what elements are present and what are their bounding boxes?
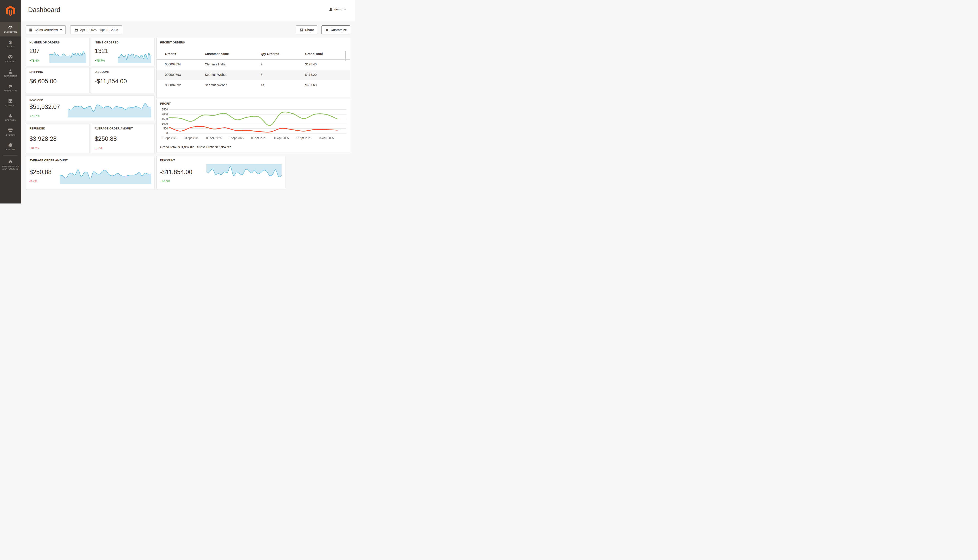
card-value: $51,932.07 <box>30 103 60 110</box>
card-value: $3,928.28 <box>30 135 57 142</box>
svg-text:07 Apr, 2025: 07 Apr, 2025 <box>229 137 244 140</box>
sidebar-item-dashboard[interactable]: DASHBOARD <box>0 22 21 37</box>
svg-text:1500: 1500 <box>162 117 168 121</box>
grand-total: Grand Total$51,932.07 <box>160 145 194 149</box>
card-delta: +75.7% <box>95 59 105 62</box>
column-header: Qty Ordered <box>261 52 279 56</box>
profit-line-chart: 2500200015001000500001 Apr, 202503 Apr, … <box>160 107 347 143</box>
svg-text:2000: 2000 <box>162 113 168 116</box>
svg-text:09 Apr, 2025: 09 Apr, 2025 <box>251 137 267 140</box>
card-title: ITEMS ORDERED <box>95 41 119 44</box>
table-row[interactable]: 000002892Seamus Weber14$497.60 <box>157 80 350 90</box>
share-button[interactable]: Share <box>296 25 318 34</box>
svg-text:05 Apr, 2025: 05 Apr, 2025 <box>206 137 222 140</box>
gauge-icon <box>8 25 13 30</box>
sidebar-item-content[interactable]: CONTENT <box>0 95 21 110</box>
share-label: Share <box>305 28 314 32</box>
brick-icon <box>8 159 13 164</box>
calendar-icon <box>75 28 79 32</box>
magento-logo-icon <box>6 6 15 16</box>
card-title: DISCOUNT <box>160 159 175 162</box>
column-header: Customer name <box>205 52 229 56</box>
table-cell: 000002893 <box>165 73 181 77</box>
sidebar-item-partners[interactable]: FIND PARTNERS & EXTENSIONS <box>0 157 21 173</box>
magento-dashboard: DASHBOARD$SALESCATALOGCUSTOMERSMARKETING… <box>0 0 355 203</box>
card-discount-bottom: DISCOUNT -$11,854.00 +86.3% <box>156 156 285 190</box>
profit-totals: Grand Total$51,932.07 Gross Profit$13,35… <box>160 145 231 149</box>
card-delta: +86.3% <box>160 180 170 183</box>
svg-text:1000: 1000 <box>162 122 168 125</box>
sidebar-item-label: STORES <box>6 134 15 136</box>
table-cell: 2 <box>261 62 262 66</box>
view-selector-label: Sales Overview <box>35 28 58 32</box>
card-delta: -10.7% <box>30 146 39 150</box>
table-cell: Seamus Weber <box>205 73 227 77</box>
card-title: INVOICED <box>30 99 43 102</box>
person-icon <box>8 69 13 74</box>
sidebar-item-system[interactable]: SYSTEM <box>0 140 21 154</box>
svg-text:15 Apr, 2025: 15 Apr, 2025 <box>319 137 334 140</box>
share-icon <box>299 28 303 32</box>
orders-sparkline <box>49 49 86 63</box>
column-header: Grand Total <box>305 52 323 56</box>
card-title: SHIPPING <box>30 70 43 73</box>
table-cell: Seamus Weber <box>205 83 227 87</box>
sidebar: DASHBOARD$SALESCATALOGCUSTOMERSMARKETING… <box>0 0 21 203</box>
discount-sparkline <box>206 164 282 182</box>
table-header-row: Order #Customer nameQty OrderedGrand Tot… <box>157 51 350 59</box>
page-title: Dashboard <box>28 6 60 13</box>
table-cell: Clemmie Heller <box>205 62 227 66</box>
sidebar-item-sales[interactable]: $SALES <box>0 37 21 51</box>
card-items-ordered: ITEMS ORDERED 1321 +75.7% <box>91 38 155 66</box>
card-average-order-amount: AVERAGE ORDER AMOUNT $250.88 -2.7% <box>91 124 155 153</box>
view-selector-button[interactable]: Sales Overview <box>26 25 66 34</box>
grid-plus-icon <box>29 28 33 32</box>
customize-button[interactable]: Customize <box>321 25 350 34</box>
card-title: AVERAGE ORDER AMOUNT <box>30 159 68 162</box>
card-shipping: SHIPPING $6,605.00 <box>26 67 89 93</box>
sidebar-item-label: CUSTOMERS <box>3 75 17 77</box>
sidebar-item-label: SYSTEM <box>6 148 15 151</box>
card-title: AVERAGE ORDER AMOUNT <box>95 127 133 130</box>
megaphone-icon <box>8 84 13 89</box>
user-icon <box>329 7 333 11</box>
box-icon <box>8 54 13 59</box>
magento-logo[interactable] <box>0 0 21 22</box>
sidebar-item-customers[interactable]: CUSTOMERS <box>0 66 21 81</box>
dollar-icon: $ <box>8 40 13 45</box>
card-average-order-amount-large: AVERAGE ORDER AMOUNT $250.88 -2.7% <box>26 156 155 190</box>
card-delta: +73.7% <box>30 114 39 118</box>
table-scrollbar-thumb[interactable] <box>345 51 346 61</box>
profit-panel: PROFIT 2500200015001000500001 Apr, 20250… <box>156 99 350 153</box>
card-value: -$11,854.00 <box>160 168 192 176</box>
sidebar-item-reports[interactable]: REPORTS <box>0 110 21 125</box>
table-cell: 000002892 <box>165 83 181 87</box>
invoiced-sparkline <box>68 102 151 117</box>
svg-text:13 Apr, 2025: 13 Apr, 2025 <box>296 137 311 140</box>
sidebar-item-stores[interactable]: STORES <box>0 125 21 140</box>
user-menu[interactable]: demo <box>329 7 346 11</box>
chevron-down-icon <box>344 8 346 10</box>
card-title: NUMBER OF ORDERS <box>30 41 60 44</box>
customize-label: Customize <box>331 28 347 32</box>
date-range-button[interactable]: Apr 1, 2025 – Apr 30, 2025 <box>70 25 122 34</box>
card-value: $250.88 <box>95 135 117 142</box>
storefront-icon <box>8 128 13 133</box>
sidebar-item-catalog[interactable]: CATALOG <box>0 51 21 66</box>
card-delta: -2.7% <box>95 146 102 150</box>
table-cell: $128.40 <box>305 62 317 66</box>
card-invoiced: INVOICED $51,932.07 +73.7% <box>26 95 155 121</box>
card-title: REFUNDED <box>30 127 45 130</box>
card-value: $6,605.00 <box>30 78 57 85</box>
dashboard-content: Sales Overview Apr 1, 2025 – Apr 30, 202… <box>21 21 355 203</box>
recent-orders-panel: RECENT ORDERS Order #Customer nameQty Or… <box>156 38 350 98</box>
table-row[interactable]: 000002893Seamus Weber5$176.20 <box>157 70 350 80</box>
average-order-sparkline <box>60 167 151 184</box>
card-title: DISCOUNT <box>95 70 110 73</box>
panel-title: RECENT ORDERS <box>160 41 185 44</box>
table-row[interactable]: 000002894Clemmie Heller2$128.40 <box>157 59 350 70</box>
sidebar-item-label: SALES <box>7 45 14 48</box>
svg-text:0: 0 <box>166 132 168 135</box>
sidebar-item-label: REPORTS <box>5 119 16 122</box>
sidebar-item-marketing[interactable]: MARKETING <box>0 81 21 95</box>
